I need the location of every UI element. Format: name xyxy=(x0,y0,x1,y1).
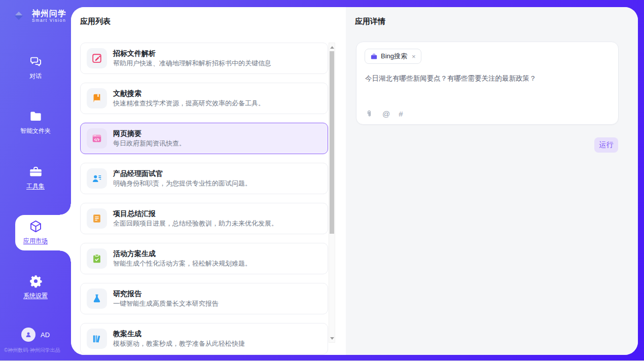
user-icon xyxy=(24,331,32,339)
app-detail-title: 应用详情 xyxy=(355,17,385,26)
scroll-down-icon[interactable] xyxy=(329,335,335,341)
content-panel: 应用列表 招标文件解析 帮助用户快速、准确地理解和解析招标书中的关键信息 文献搜… xyxy=(71,7,638,355)
active-nav-fillet-bottom xyxy=(60,250,71,262)
toolbox-icon xyxy=(29,165,43,178)
brand-logo: 神州问学 Smart Vision xyxy=(9,6,66,25)
avatar[interactable] xyxy=(21,328,35,342)
prompt-card: Bing搜索 × 今日湖北有哪些新闻要点？有哪些需要关注的最新政策？ @ # xyxy=(356,42,619,125)
composer-toolbar: @ # xyxy=(365,110,403,118)
app-card-interviewer[interactable]: 产品经理面试官 明确身份和职责，为您提供专业性的面试问题。 xyxy=(80,163,328,194)
app-card-flask[interactable]: 研究报告 一键智能生成高质量长文本研究报告 xyxy=(80,283,328,314)
active-nav-fillet-top xyxy=(60,204,71,215)
app-list-title: 应用列表 xyxy=(80,17,111,26)
run-button[interactable]: 运行 xyxy=(594,137,618,153)
folder-icon xyxy=(29,110,43,123)
app-detail-panel: 应用详情 Bing搜索 × 今日湖北有哪些新闻要点？有哪些需要关注的最新政策？ … xyxy=(346,7,638,355)
scrollbar[interactable] xyxy=(329,43,335,343)
tool-tag-label: Bing搜索 xyxy=(381,52,407,61)
query-text[interactable]: 今日湖北有哪些新闻要点？有哪些需要关注的最新政策？ xyxy=(365,74,610,83)
sidebar-item-chat[interactable]: 对话 xyxy=(0,55,71,81)
brand-name: 神州问学 xyxy=(32,9,66,18)
app-list-panel: 应用列表 招标文件解析 帮助用户快速、准确地理解和解析招标书中的关键信息 文献搜… xyxy=(71,7,346,355)
pen-square-icon xyxy=(87,48,107,68)
sidebar-item-gear[interactable]: 系统设置 xyxy=(0,274,71,300)
interviewer-icon xyxy=(87,168,107,189)
flask-icon xyxy=(87,288,107,309)
copyright-footer: ©神州数码·神州问学出品 xyxy=(4,347,71,354)
hash-icon[interactable]: # xyxy=(399,110,403,118)
browser-code-icon xyxy=(87,128,107,149)
books-icon xyxy=(87,329,107,349)
close-icon[interactable]: × xyxy=(412,53,416,60)
book-icon xyxy=(87,88,107,108)
brand-diamond-icon xyxy=(9,6,28,25)
tool-tag-bing-search[interactable]: Bing搜索 × xyxy=(365,49,421,64)
sidebar-item-cube[interactable]: 应用市场 xyxy=(0,220,71,245)
app-card-books[interactable]: 教案生成 模板驱动，教案秒成，教学准备从此轻松快捷 xyxy=(80,323,328,354)
chat-icon xyxy=(29,55,43,68)
clipboard-check-icon xyxy=(87,248,107,269)
app-card-pen-square[interactable]: 招标文件解析 帮助用户快速、准确地理解和解析招标书中的关键信息 xyxy=(80,43,328,74)
gear-icon xyxy=(29,274,43,288)
sidebar-item-folder[interactable]: 智能文件夹 xyxy=(0,110,71,135)
scrollbar-thumb[interactable] xyxy=(330,51,334,234)
app-card-clipboard-check[interactable]: 活动方案生成 智能生成个性化活动方案，轻松解决规划难题。 xyxy=(80,243,328,274)
brand-subtitle: Smart Vision xyxy=(32,18,66,23)
app-list: 招标文件解析 帮助用户快速、准确地理解和解析招标书中的关键信息 文献搜索 快速精… xyxy=(80,43,328,355)
app-card-book[interactable]: 文献搜索 快速精准查找学术资源，提高研究效率的必备工具。 xyxy=(80,83,328,114)
app-card-note[interactable]: 项目总结汇报 全面回顾项目进展，总结经验教训，助力未来优化发展。 xyxy=(80,203,328,234)
cube-icon xyxy=(29,220,43,233)
sidebar-item-toolbox[interactable]: 工具集 xyxy=(0,165,71,191)
app-card-browser-code[interactable]: 网页摘要 每日政府新闻资讯快查。 xyxy=(80,123,328,154)
user-row[interactable]: AD xyxy=(0,328,71,342)
briefcase-icon xyxy=(370,53,378,60)
scroll-up-icon[interactable] xyxy=(329,44,335,50)
paperclip-icon[interactable] xyxy=(365,110,374,118)
note-icon xyxy=(87,208,107,229)
user-label: AD xyxy=(41,331,50,339)
mention-icon[interactable]: @ xyxy=(382,110,390,118)
